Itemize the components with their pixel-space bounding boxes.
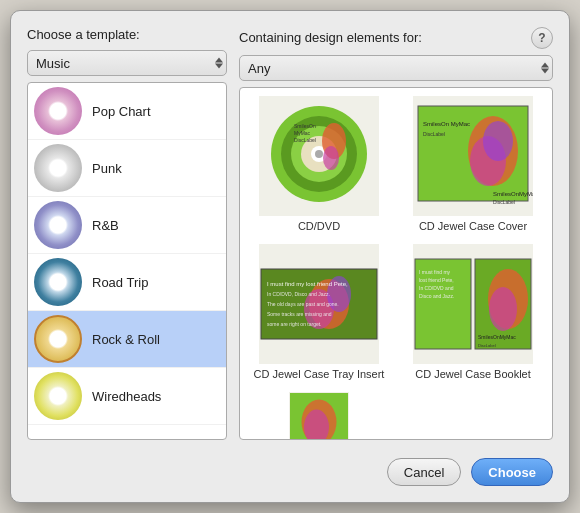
- svg-text:DiscLabel: DiscLabel: [478, 343, 496, 348]
- design-thumb-cd-jewel-booklet: I must find my lost friend Pete, In CD/D…: [413, 244, 533, 364]
- design-thumb-cd-jewel-cover: SmilesOn MyMac DiscLabel SmilesOnMyMac D…: [413, 96, 533, 216]
- svg-text:DiscLabel: DiscLabel: [294, 137, 316, 143]
- grid-item-cd-spine[interactable]: SmilesOnMyMac - DiscLabel: [248, 392, 390, 439]
- svg-text:In CD/DVD and: In CD/DVD and: [419, 285, 454, 291]
- design-thumb-cd-jewel-tray: I must find my lost friend Pete, In CD/D…: [259, 244, 379, 364]
- design-grid-scroll[interactable]: SmilesOn MyMac DiscLabel CD/DVD: [240, 88, 552, 439]
- design-label-cd-jewel-booklet: CD Jewel Case Booklet: [415, 368, 531, 380]
- design-thumb-cd-spine: SmilesOnMyMac - DiscLabel: [259, 392, 379, 439]
- grid-item-cd-jewel-tray[interactable]: I must find my lost friend Pete, In CD/D…: [248, 244, 390, 380]
- svg-text:DiscLabel: DiscLabel: [423, 131, 445, 137]
- template-list-container: Pop Chart Punk R&B Road Trip: [27, 82, 227, 440]
- template-category-select-container: Music Photo Business Blank: [27, 50, 227, 76]
- design-thumb-cd-dvd: SmilesOn MyMac DiscLabel: [259, 96, 379, 216]
- list-item[interactable]: Punk: [28, 140, 226, 197]
- svg-point-17: [483, 121, 513, 161]
- grid-item-cd-dvd[interactable]: SmilesOn MyMac DiscLabel CD/DVD: [248, 96, 390, 232]
- template-thumb-rb: [34, 201, 82, 249]
- svg-text:SmilesOnMyMac: SmilesOnMyMac: [493, 191, 533, 197]
- template-thumb-punk: [34, 144, 82, 192]
- right-panel-header: Containing design elements for: ?: [239, 27, 553, 49]
- template-thumb-wiredheads: [34, 372, 82, 420]
- dialog-content: Choose a template: Music Photo Business …: [27, 27, 553, 440]
- template-label-punk: Punk: [92, 161, 122, 176]
- template-label-rock-roll: Rock & Roll: [92, 332, 160, 347]
- template-thumb-pop-chart: [34, 87, 82, 135]
- template-label-road-trip: Road Trip: [92, 275, 148, 290]
- template-thumb-road-trip: [34, 258, 82, 306]
- template-list-scroll[interactable]: Pop Chart Punk R&B Road Trip: [28, 83, 226, 439]
- design-label-cd-dvd: CD/DVD: [298, 220, 340, 232]
- template-label-pop-chart: Pop Chart: [92, 104, 151, 119]
- design-label-cd-jewel-cover: CD Jewel Case Cover: [419, 220, 527, 232]
- template-chooser-dialog: Choose a template: Music Photo Business …: [10, 10, 570, 503]
- svg-text:SmilesOnMyMac: SmilesOnMyMac: [478, 334, 516, 340]
- svg-text:Some tracks are missing and: Some tracks are missing and: [267, 311, 332, 317]
- grid-item-cd-jewel-cover[interactable]: SmilesOn MyMac DiscLabel SmilesOnMyMac D…: [402, 96, 544, 232]
- design-elements-select-container: Any CD/DVD CD Jewel Case Cover CD Jewel …: [239, 55, 553, 81]
- svg-text:In CD/DVD, Disco and Jazz.: In CD/DVD, Disco and Jazz.: [267, 291, 330, 297]
- design-label-cd-jewel-tray: CD Jewel Case Tray Insert: [254, 368, 385, 380]
- svg-text:SmilesOn: SmilesOn: [294, 123, 316, 129]
- svg-text:SmilesOn MyMac: SmilesOn MyMac: [423, 121, 470, 127]
- grid-item-cd-jewel-booklet[interactable]: I must find my lost friend Pete, In CD/D…: [402, 244, 544, 380]
- template-category-select[interactable]: Music Photo Business Blank: [27, 50, 227, 76]
- template-thumb-rock-roll: [34, 315, 82, 363]
- choose-button[interactable]: Choose: [471, 458, 553, 486]
- svg-point-8: [323, 146, 339, 170]
- right-panel: Containing design elements for: ? Any CD…: [239, 27, 553, 440]
- design-grid-container: SmilesOn MyMac DiscLabel CD/DVD: [239, 87, 553, 440]
- svg-point-6: [315, 150, 323, 158]
- design-elements-select[interactable]: Any CD/DVD CD Jewel Case Cover CD Jewel …: [239, 55, 553, 81]
- left-panel: Choose a template: Music Photo Business …: [27, 27, 227, 440]
- template-label-rb: R&B: [92, 218, 119, 233]
- svg-text:Disco and Jazz.: Disco and Jazz.: [419, 293, 454, 299]
- right-panel-label: Containing design elements for:: [239, 30, 531, 45]
- left-panel-label: Choose a template:: [27, 27, 227, 42]
- list-item[interactable]: R&B: [28, 197, 226, 254]
- dialog-bottom-bar: Cancel Choose: [27, 452, 553, 486]
- list-item[interactable]: Road Trip: [28, 254, 226, 311]
- svg-text:I must find my lost friend Pet: I must find my lost friend Pete,: [267, 281, 348, 287]
- cancel-button[interactable]: Cancel: [387, 458, 461, 486]
- svg-text:some are right on target.: some are right on target.: [267, 321, 321, 327]
- template-label-wiredheads: Wiredheads: [92, 389, 161, 404]
- svg-text:MyMac: MyMac: [294, 130, 311, 136]
- help-button[interactable]: ?: [531, 27, 553, 49]
- list-item-selected[interactable]: Rock & Roll: [28, 311, 226, 368]
- svg-text:lost friend Pete,: lost friend Pete,: [419, 277, 454, 283]
- svg-text:DiscLabel: DiscLabel: [493, 199, 515, 205]
- list-item[interactable]: Wiredheads: [28, 368, 226, 425]
- svg-text:I must find my: I must find my: [419, 269, 451, 275]
- svg-text:The old days are past and gone: The old days are past and gone.: [267, 301, 339, 307]
- svg-point-43: [489, 287, 517, 331]
- list-item[interactable]: Pop Chart: [28, 83, 226, 140]
